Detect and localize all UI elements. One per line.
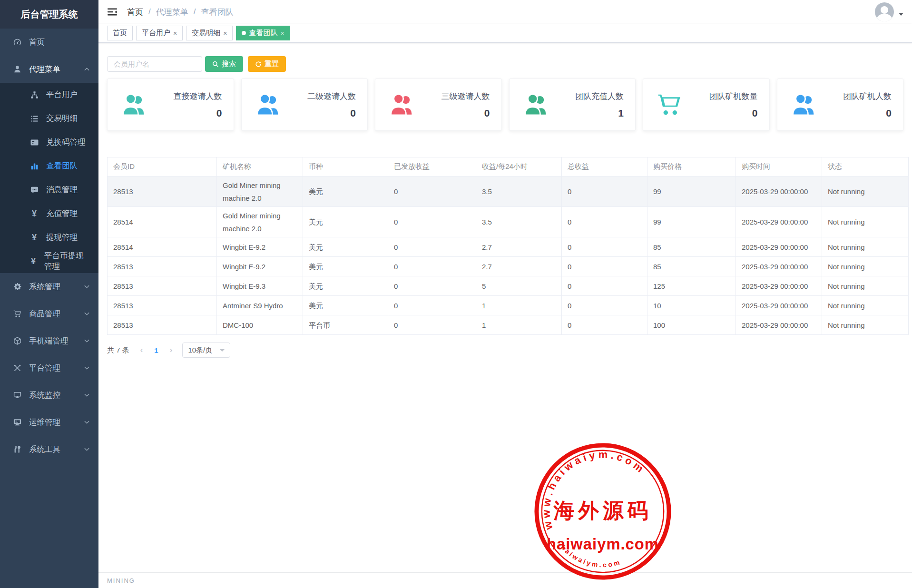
table-cell: 10 [647,296,736,315]
close-icon[interactable]: × [280,30,284,37]
table-header-cell: 收益/每24小时 [476,157,562,176]
sidebar-item-label: 系统管理 [29,282,60,292]
stat-card-label: 二级邀请人数 [307,91,356,102]
table-body: 28513Gold Miner mining machine 2.0美元03.5… [108,176,909,335]
table-cell: 0 [388,207,476,237]
sidebar-item[interactable]: 首页 [0,29,98,56]
search-button-label: 搜索 [222,59,236,69]
table-cell: Gold Miner mining machine 2.0 [217,207,303,237]
table-cell: 28514 [108,237,217,257]
close-icon[interactable]: × [173,30,177,37]
table-cell: Not running [822,296,909,315]
sidebar-subitem[interactable]: 查看团队 [0,154,98,178]
tab-item[interactable]: 交易明细× [186,26,233,40]
table-cell: Gold Miner mining machine 2.0 [217,176,303,207]
table-cell: Not running [822,176,909,207]
sidebar-item[interactable]: 系统工具 [0,436,98,463]
sidebar-subitem[interactable]: ¥平台币提现管理 [0,249,98,273]
table-cell: 1 [476,296,562,315]
close-icon[interactable]: × [223,30,227,37]
sidebar-subitem-label: 交易明细 [46,113,78,124]
tab-active[interactable]: 查看团队× [236,26,290,40]
breadcrumb: 首页/代理菜单/查看团队 [127,7,233,18]
breadcrumb-item: 代理菜单 [156,7,188,18]
sidebar-collapse-icon[interactable] [107,7,118,17]
sidebar-item[interactable]: 手机端管理 [0,327,98,354]
table-header-cell: 会员ID [108,157,217,176]
breadcrumb-item[interactable]: 首页 [127,7,143,18]
page-size-select[interactable]: 10条/页 [182,343,230,358]
sidebar-subitem[interactable]: 消息管理 [0,178,98,202]
table-row[interactable]: 28513Antminer S9 Hydro美元010102025-03-29 … [108,296,909,315]
table-row[interactable]: 28513DMC-100平台币0101002025-03-29 00:00:00… [108,315,909,335]
prev-page-icon[interactable]: ‹ [136,345,147,355]
table-row[interactable]: 28513Wingbit E-9.3美元0501252025-03-29 00:… [108,276,909,296]
stat-card-label: 团队矿机数量 [709,91,758,102]
sidebar-item[interactable]: 代理菜单 [0,56,98,83]
table-cell: 0 [562,207,647,237]
tab-item[interactable]: 首页 [107,26,133,40]
breadcrumb-item: 查看团队 [201,7,233,18]
sidebar-item[interactable]: 运维管理 [0,409,98,436]
tab-item[interactable]: 平台用户× [136,26,183,40]
search-row: 搜索 重置 [107,56,903,72]
page-number[interactable]: 1 [150,346,162,354]
stat-card-label: 直接邀请人数 [174,91,222,102]
stat-card-meta: 二级邀请人数0 [307,91,356,119]
stat-card: 直接邀请人数0 [107,78,234,131]
table-cell: 2025-03-29 00:00:00 [736,315,822,335]
sidebar-item[interactable]: 系统监控 [0,382,98,409]
users-icon [790,91,817,118]
table-header-row: 会员ID矿机名称币种已发放收益收益/每24小时总收益购买价格购买时间状态 [108,157,909,176]
table-cell: 2025-03-29 00:00:00 [736,176,822,207]
next-page-icon[interactable]: › [166,345,177,355]
sidebar-subitem-label: 提现管理 [46,232,78,243]
sidebar-subitem-label: 兑换码管理 [46,137,86,147]
table-cell: 0 [388,237,476,257]
table-header-cell: 矿机名称 [217,157,303,176]
sidebar-subitem[interactable]: 交易明细 [0,107,98,130]
sidebar-item[interactable]: 商品管理 [0,300,98,327]
caret-down-icon[interactable] [899,13,903,16]
table-cell: 85 [647,237,736,257]
search-input[interactable] [107,56,202,72]
table-header-cell: 币种 [303,157,388,176]
sidebar-subitem[interactable]: 兑换码管理 [0,130,98,154]
table-row[interactable]: 28514Gold Miner mining machine 2.0美元03.5… [108,207,909,237]
sidebar-subitem[interactable]: ¥提现管理 [0,225,98,249]
table-cell: 0 [562,257,647,276]
sidebar-item[interactable]: 平台管理 [0,354,98,382]
table-cell: 0 [562,176,647,207]
sidebar-submenu: 平台用户交易明细兑换码管理查看团队消息管理¥充值管理¥提现管理¥平台币提现管理 [0,83,98,273]
sidebar-subitem[interactable]: 平台用户 [0,83,98,107]
table-cell: 0 [562,237,647,257]
reset-button[interactable]: 重置 [248,56,286,72]
table-cell: 美元 [303,176,388,207]
chevron-down-icon [84,284,90,290]
navbar-right [875,2,903,21]
sidebar-item-label: 代理菜单 [29,64,60,75]
stat-card-value: 0 [174,108,222,119]
table-cell: 85 [647,257,736,276]
table-cell: 2025-03-29 00:00:00 [736,207,822,237]
card-icon [29,138,40,147]
sidebar-item[interactable]: 系统管理 [0,273,98,300]
table-cell: 0 [562,315,647,335]
table-row[interactable]: 28514Wingbit E-9.2美元02.70852025-03-29 00… [108,237,909,257]
table-row[interactable]: 28513Gold Miner mining machine 2.0美元03.5… [108,176,909,207]
table-cell: 2025-03-29 00:00:00 [736,276,822,296]
app-window: 后台管理系统 首页代理菜单平台用户交易明细兑换码管理查看团队消息管理¥充值管理¥… [0,0,912,588]
table-cell: 美元 [303,237,388,257]
top-navbar: 首页/代理菜单/查看团队 [98,0,912,24]
avatar[interactable] [875,2,894,21]
table-cell: 美元 [303,296,388,315]
yen-icon: ¥ [29,233,40,243]
sidebar-subitem[interactable]: ¥充值管理 [0,202,98,225]
table-row[interactable]: 28513Wingbit E-9.2美元02.70852025-03-29 00… [108,257,909,276]
stat-card-meta: 直接邀请人数0 [174,91,222,119]
table-cell: 0 [388,315,476,335]
chevron-down-icon [84,446,90,452]
tab-label: 首页 [113,29,127,38]
search-button[interactable]: 搜索 [205,56,243,72]
stat-card: 团队矿机人数0 [777,78,904,131]
